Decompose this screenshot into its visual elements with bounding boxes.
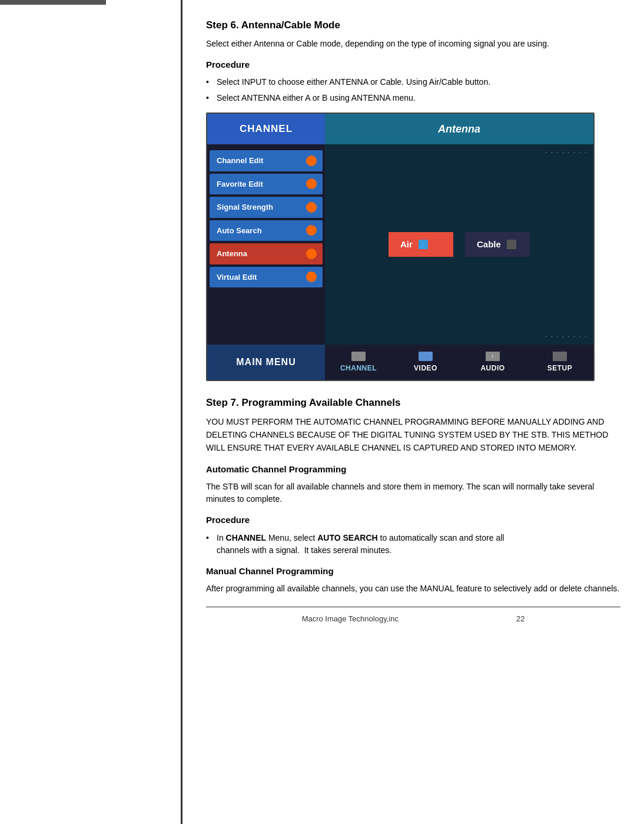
- audio-icon-shape: ♪: [486, 352, 500, 361]
- bottom-tab-channel[interactable]: CHANNEL: [325, 345, 392, 380]
- menu-item-icon: [306, 155, 317, 166]
- video-icon: [418, 351, 433, 362]
- bottom-tab-audio-label: AUDIO: [480, 363, 504, 373]
- step7-bullet-item: In CHANNEL Menu, select AUTO SEARCH to a…: [206, 532, 620, 557]
- tab-channel: CHANNEL: [207, 114, 325, 144]
- channel-icon-shape: [351, 352, 366, 361]
- menu-item-icon: [306, 225, 317, 236]
- step6-desc: Select either Antenna or Cable mode, dep…: [206, 38, 620, 50]
- tv-bottom-tabs: CHANNEL VIDEO ♪ AUDIO: [325, 345, 593, 380]
- menu-item-label: Signal Strength: [217, 201, 273, 213]
- tv-screenshot: CHANNEL Antenna Channel Edit Favorite Ed…: [206, 112, 595, 381]
- step7-section: Step 7. Programming Available Channels Y…: [206, 395, 620, 595]
- tv-body: Channel Edit Favorite Edit Signal Streng…: [207, 144, 593, 345]
- footer-page: 22: [516, 613, 525, 625]
- option-cable[interactable]: Cable: [465, 232, 530, 257]
- menu-item-signal-strength[interactable]: Signal Strength: [210, 197, 323, 218]
- step7-upper-text: YOU MUST PERFORM THE AUTOMATIC CHANNEL P…: [206, 415, 620, 455]
- footer-company: Macro Image Technology,inc: [302, 613, 399, 625]
- setup-icon: [552, 351, 567, 362]
- step6-procedure-label: Procedure: [206, 58, 620, 72]
- main-menu-button[interactable]: MAIN MENU: [207, 345, 325, 380]
- menu-item-virtual-edit[interactable]: Virtual Edit: [210, 267, 323, 288]
- manual-channel-desc: After programming all available channels…: [206, 583, 620, 595]
- channel-icon: [351, 351, 366, 362]
- main-menu-label: MAIN MENU: [236, 355, 296, 369]
- menu-item-channel-edit[interactable]: Channel Edit: [210, 150, 323, 171]
- tv-tabs: CHANNEL Antenna: [207, 114, 593, 144]
- step7-title: Step 7. Programming Available Channels: [206, 395, 620, 411]
- menu-item-icon: [306, 249, 317, 259]
- tab-antenna: Antenna: [325, 114, 593, 144]
- tv-menu: Channel Edit Favorite Edit Signal Streng…: [207, 144, 325, 345]
- bottom-tab-audio[interactable]: ♪ AUDIO: [459, 345, 526, 380]
- tv-bottom-bar: MAIN MENU CHANNEL VIDEO: [207, 345, 593, 380]
- menu-item-icon: [306, 272, 317, 282]
- menu-item-auto-search[interactable]: Auto Search: [210, 220, 323, 241]
- menu-item-label: Virtual Edit: [217, 272, 257, 283]
- manual-channel-title: Manual Channel Programming: [206, 565, 620, 578]
- step6-title: Step 6. Antenna/Cable Mode: [206, 18, 620, 33]
- menu-item-icon: [306, 202, 317, 213]
- bullet-item: Select INPUT to choose either ANTENNA or…: [206, 76, 620, 88]
- menu-item-favorite-edit[interactable]: Favorite Edit: [210, 174, 323, 195]
- menu-item-label: Antenna: [217, 248, 247, 260]
- video-icon-shape: [419, 352, 433, 361]
- left-sidebar: [0, 0, 182, 824]
- step7-bullets: In CHANNEL Menu, select AUTO SEARCH to a…: [206, 532, 620, 557]
- bottom-tab-setup[interactable]: SETUP: [526, 345, 593, 380]
- auto-search-bold: AUTO SEARCH: [317, 533, 377, 542]
- bottom-tab-channel-label: CHANNEL: [340, 363, 377, 373]
- step6-section: Step 6. Antenna/Cable Mode Select either…: [206, 18, 620, 104]
- menu-item-label: Favorite Edit: [217, 178, 263, 190]
- setup-icon-shape: [553, 352, 567, 361]
- bottom-tab-video-label: VIDEO: [414, 363, 437, 373]
- antenna-options: Air ✓ Cable: [389, 232, 530, 257]
- menu-item-label: Channel Edit: [217, 155, 263, 167]
- step6-bullets: Select INPUT to choose either ANTENNA or…: [206, 76, 620, 104]
- auto-channel-title: Automatic Channel Programming: [206, 463, 620, 476]
- bottom-tab-setup-label: SETUP: [547, 363, 573, 373]
- bullet-item: Select ANTENNA either A or B using ANTEN…: [206, 92, 620, 104]
- sidebar-bar: [0, 0, 106, 5]
- air-checkbox[interactable]: ✓: [419, 240, 428, 249]
- cable-checkbox[interactable]: [507, 240, 516, 249]
- footer: Macro Image Technology,inc 22: [206, 607, 620, 631]
- audio-icon: ♪: [485, 351, 500, 362]
- dots-bottom: · · · · · · · ·: [545, 332, 587, 341]
- dots-top: · · · · · · · ·: [545, 148, 587, 157]
- content-area: Step 6. Antenna/Cable Mode Select either…: [182, 0, 644, 824]
- auto-channel-desc: The STB will scan for all available chan…: [206, 481, 620, 505]
- bottom-tab-video[interactable]: VIDEO: [392, 345, 459, 380]
- channel-bold: CHANNEL: [226, 533, 266, 542]
- menu-item-icon: [306, 178, 317, 189]
- menu-item-label: Auto Search: [217, 225, 262, 237]
- tv-right-panel: · · · · · · · · Air ✓ Cable: [325, 144, 593, 345]
- option-air-label: Air: [400, 238, 413, 251]
- step7-procedure-label: Procedure: [206, 514, 620, 527]
- option-cable-label: Cable: [477, 238, 501, 251]
- checkmark-icon: ✓: [419, 241, 426, 251]
- menu-item-antenna[interactable]: Antenna: [210, 243, 323, 264]
- option-air[interactable]: Air ✓: [389, 232, 453, 257]
